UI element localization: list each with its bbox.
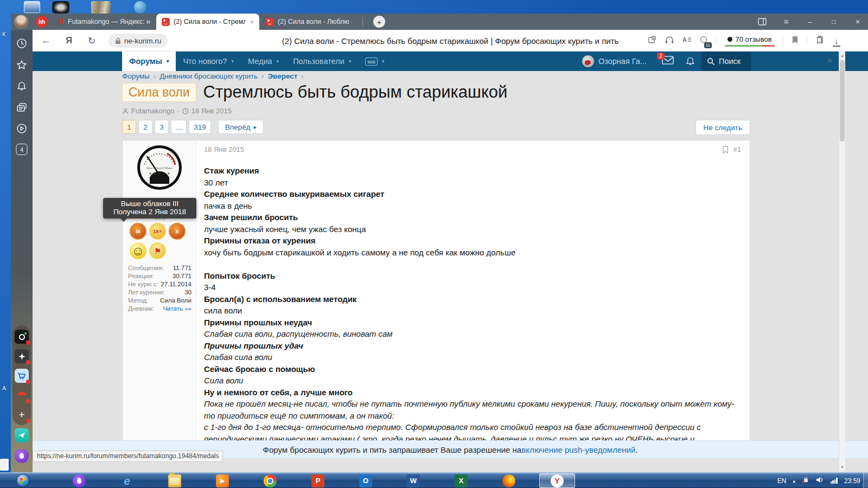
maximize-button[interactable]: □ (829, 18, 839, 25)
medal-icon[interactable]: 1К+ (149, 223, 166, 240)
taskbar-app[interactable]: X (455, 473, 468, 488)
desktop-icon[interactable] (52, 1, 69, 14)
breadcrumb-link[interactable]: Дневники бросающих курить (150, 72, 258, 80)
thread-author[interactable]: Futamakongo (131, 107, 175, 115)
tray-expand-icon[interactable]: ▴ (793, 478, 795, 484)
reviews-widget[interactable]: 70 отзывов (725, 35, 775, 47)
nav-item[interactable]: sos (358, 52, 391, 71)
start-button[interactable] (16, 474, 30, 487)
nav-item[interactable]: Медиа (241, 52, 286, 71)
volume-icon[interactable] (816, 477, 824, 485)
page-button[interactable]: 3 (155, 120, 169, 134)
pinned-hh-icon[interactable]: hh (36, 16, 48, 28)
camera-app-icon[interactable] (15, 330, 29, 344)
taskbar-app[interactable]: Y (539, 473, 575, 488)
page-button[interactable]: ... (171, 120, 187, 134)
user-avatar-gauge[interactable]: Give-A-Fuck-O-Meter (137, 145, 182, 192)
breadcrumb-link[interactable]: Форумы (122, 72, 150, 80)
taskbar-app[interactable] (502, 473, 515, 488)
page-button[interactable]: 1 (122, 120, 136, 134)
page-scrollbar[interactable]: ▴ ▾ (839, 52, 845, 471)
push-bar-close-icon[interactable]: × (827, 52, 832, 69)
desktop-icon[interactable] (24, 1, 40, 13)
search-box[interactable]: Поиск (701, 52, 751, 71)
minimize-button[interactable]: – (805, 17, 815, 26)
nav-item[interactable]: Пользователи (286, 52, 358, 71)
download-icon[interactable]: ↓ (832, 36, 841, 46)
user-menu[interactable]: Озорная Га... (582, 52, 647, 71)
reload-icon[interactable]: ↻ (86, 35, 98, 47)
post-number[interactable]: #1 (733, 145, 741, 153)
medal-icon[interactable]: ☺ (130, 242, 146, 259)
profile-avatar[interactable] (14, 15, 28, 29)
reader-audio-icon[interactable] (665, 35, 674, 46)
new-tab-button[interactable]: + (373, 16, 385, 28)
post-text-line: 3-4 (204, 281, 741, 293)
back-icon[interactable]: ← (40, 35, 52, 46)
medal-icon[interactable]: II (169, 223, 186, 240)
desktop-icon[interactable] (134, 1, 146, 14)
taskbar-app[interactable] (168, 473, 181, 488)
neuro-app-icon[interactable] (15, 349, 29, 363)
collections-icon[interactable] (815, 35, 824, 46)
nav-item[interactable]: Форумы (122, 52, 176, 71)
next-page-button[interactable]: Вперёд (218, 120, 264, 134)
page-button[interactable]: 2 (138, 120, 152, 134)
alerts-bell-icon[interactable] (685, 56, 695, 69)
medal-tooltip-title: Выше облаков III (105, 200, 194, 208)
page-button[interactable]: 319 (189, 120, 211, 134)
translate-icon[interactable]: A (682, 36, 692, 46)
market-cart-icon[interactable] (15, 369, 29, 383)
messages-envelope-icon[interactable]: 2 (662, 56, 674, 67)
scrollbar-thumb[interactable] (840, 60, 845, 142)
medal-icon[interactable]: III (130, 223, 146, 240)
clock[interactable]: 23:59 (844, 477, 860, 485)
taskbar-app[interactable]: O (359, 473, 372, 488)
medal-icon[interactable]: ⚑ (149, 242, 166, 259)
scroll-down-icon[interactable]: ▾ (839, 465, 845, 470)
adblock-umbrella-icon[interactable]: ☂ (15, 388, 29, 402)
close-button[interactable]: × (853, 17, 863, 26)
taskbar-app[interactable] (73, 473, 86, 488)
taskbar-app[interactable]: P (311, 473, 324, 488)
taskbar-app[interactable]: ▶ (216, 473, 229, 488)
desktop-icon[interactable] (0, 459, 9, 471)
taskbar-app[interactable]: e (120, 473, 133, 488)
tab-active-thread[interactable]: (2) Сила воли - Стремл × (156, 14, 259, 30)
bookmarks-panel-icon[interactable] (757, 18, 767, 25)
unfollow-button[interactable]: Не следить (695, 120, 750, 135)
bookmarks-star-icon[interactable] (16, 59, 28, 73)
messenger-icon[interactable] (15, 428, 29, 442)
feed-icon[interactable] (16, 101, 28, 115)
notifications-bell-icon[interactable] (16, 80, 28, 94)
desktop-icon[interactable] (91, 1, 111, 14)
bookmark-icon[interactable] (792, 36, 799, 46)
post-text-line: Стаж курения (204, 165, 741, 177)
language-indicator[interactable]: EN (777, 477, 787, 485)
push-enable-link[interactable]: включение push-уведомлений (521, 445, 635, 454)
nav-item[interactable]: Что нового? (176, 52, 241, 71)
tab-yandex-search[interactable]: Я Futamakongo — Яндекс: н (53, 14, 155, 30)
scroll-up-icon[interactable]: ▴ (839, 53, 845, 58)
network-signal-icon[interactable] (831, 478, 838, 484)
menu-icon[interactable]: ≡ (781, 17, 791, 26)
power-icon[interactable]: × (802, 476, 809, 485)
history-icon[interactable] (16, 37, 28, 52)
breadcrumb-link[interactable]: Эверест (258, 72, 297, 80)
taskbar-app[interactable]: W (407, 473, 420, 488)
tab-other-thread[interactable]: (2) Сила воли - Люблю се (260, 14, 357, 30)
tab-close-icon[interactable]: × (250, 18, 254, 26)
share-icon[interactable] (648, 35, 656, 46)
bookmark-post-icon[interactable] (722, 146, 729, 153)
post-date[interactable]: 18 Янв 2015 (204, 145, 244, 153)
taskbar-app[interactable] (264, 473, 277, 488)
extension-icon[interactable]: 11 (700, 36, 708, 46)
alice-assistant-icon[interactable] (15, 449, 29, 463)
yandex-home-icon[interactable]: Я (63, 35, 75, 46)
thread-prefix-badge[interactable]: Сила воли (122, 83, 196, 102)
address-bar[interactable]: ne-kurim.ru (108, 34, 168, 48)
add-app-icon[interactable]: + (15, 408, 29, 422)
show-desktop-button[interactable] (863, 473, 868, 488)
video-icon[interactable] (16, 123, 28, 137)
tab-counter[interactable]: 4 (16, 144, 28, 155)
